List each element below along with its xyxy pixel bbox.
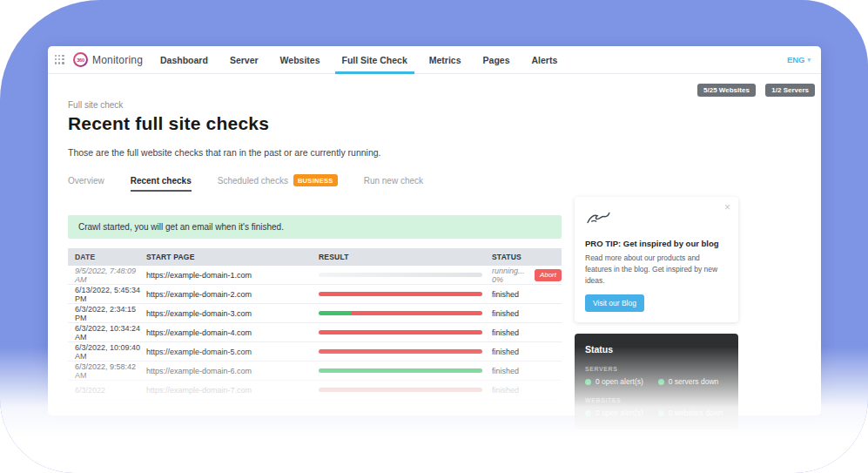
table-body: 9/5/2022, 7:48:09 AM https://example-dom… (68, 266, 562, 400)
servers-usage-badge: 1/2 Servers (765, 84, 815, 97)
nav-item-websites[interactable]: Websites (279, 46, 322, 73)
nav-item-metrics[interactable]: Metrics (427, 46, 463, 73)
check-status-text: finished (492, 290, 519, 299)
tab-recent-checks[interactable]: Recent checks (131, 176, 192, 192)
table-row: 6/3/2022, 2:34:15 PM https://example-dom… (68, 304, 562, 323)
progress-bar (319, 388, 482, 392)
green-status-dot-icon (585, 410, 591, 416)
progress-red-segment (352, 311, 482, 315)
top-nav: 360 Monitoring Dashboard Server Websites… (48, 46, 821, 74)
col-header-result: RESULT (319, 253, 492, 261)
check-status-text: running... 0% (492, 267, 528, 284)
progress-red-segment (319, 292, 482, 296)
nav-item-server[interactable]: Server (228, 46, 260, 73)
chevron-down-icon: ▾ (807, 57, 811, 64)
check-date: 6/3/2022, 10:09:40 AM (68, 343, 146, 361)
servers-open-alerts: 0 open alert(s) (585, 377, 658, 386)
check-start-page: https://example-domain-6.com (146, 367, 319, 375)
marketing-background: 360 Monitoring Dashboard Server Websites… (0, 0, 868, 473)
websites-status-items: 0 open alert(s) 0 websites down (585, 409, 728, 417)
progress-red-segment (319, 349, 482, 354)
green-status-dot-icon (585, 379, 591, 385)
tabs: Overview Recent checks Scheduled checks … (68, 174, 562, 193)
check-result (319, 311, 492, 315)
check-start-page: https://example-domain-7.com (146, 386, 319, 395)
app-launcher-grid-icon[interactable] (55, 55, 64, 64)
servers-status-items: 0 open alert(s) 0 servers down (585, 377, 728, 386)
progress-bar (319, 330, 482, 334)
language-label: ENG (787, 55, 805, 64)
check-status-text: finished (492, 328, 519, 337)
green-status-dot-icon (658, 379, 664, 385)
check-start-page: https://example-domain-3.com (146, 309, 319, 318)
progress-red-segment (319, 330, 482, 334)
check-date: 6/3/2022, 9:58:42 AM (68, 362, 146, 380)
check-result (319, 273, 492, 277)
servers-down: 0 servers down (658, 377, 719, 386)
check-result (319, 368, 492, 373)
check-status: finished (492, 348, 562, 356)
check-start-page: https://example-domain-2.com (146, 290, 319, 299)
close-icon[interactable]: × (724, 202, 730, 213)
check-result (319, 292, 492, 296)
logo[interactable]: 360 Monitoring (73, 46, 143, 73)
green-status-dot-icon (658, 410, 664, 416)
check-status-text: finished (492, 309, 519, 318)
check-date: 6/3/2022, 10:34:24 AM (68, 324, 146, 341)
corner-wedge-decoration (0, 428, 10, 473)
check-status: finished (492, 290, 562, 299)
nav-item-alerts[interactable]: Alerts (529, 46, 559, 73)
breadcrumb: Full site check (68, 100, 562, 110)
language-selector[interactable]: ENG ▾ (787, 46, 811, 73)
page-title: Recent full site checks (68, 113, 562, 134)
check-date: 6/3/2022, 2:34:15 PM (68, 305, 146, 322)
tab-run-new-check[interactable]: Run new check (364, 176, 423, 192)
pro-tip-body: Read more about our products and feature… (585, 253, 728, 286)
check-status: running... 0% Abort (492, 267, 562, 284)
col-header-status: STATUS (492, 253, 562, 261)
logo-name: Monitoring (92, 54, 143, 66)
progress-bar (319, 273, 482, 277)
websites-section-label: WEBSITES (585, 397, 728, 403)
abort-button[interactable]: Abort (535, 269, 562, 281)
table-header: DATE START PAGE RESULT STATUS (68, 248, 562, 266)
tab-overview[interactable]: Overview (68, 176, 104, 192)
app-window: 360 Monitoring Dashboard Server Websites… (48, 46, 821, 416)
progress-red-segment (319, 388, 482, 392)
websites-usage-badge: 5/25 Websites (697, 84, 756, 97)
check-start-page: https://example-domain-5.com (146, 348, 319, 356)
check-date: 6/13/2022, 5:45:34 PM (68, 286, 146, 303)
logo-360-icon: 360 (73, 52, 88, 67)
progress-bar (319, 311, 482, 315)
main-column: Full site check Recent full site checks … (68, 93, 562, 429)
progress-green-segment (319, 311, 352, 315)
content: Full site check Recent full site checks … (48, 93, 821, 429)
servers-section-label: SERVERS (585, 366, 728, 372)
progress-bar (319, 368, 482, 373)
check-status-text: finished (492, 386, 519, 395)
success-notification: Crawl started, you will get an email whe… (68, 215, 562, 239)
check-status-text: finished (492, 367, 519, 375)
side-column: × PRO TIP: Get inspired by our blog Read… (575, 197, 738, 429)
pro-tip-card: × PRO TIP: Get inspired by our blog Read… (575, 197, 738, 322)
nav-item-dashboard[interactable]: Dashboard (158, 46, 210, 73)
page-subtitle: Those are the full website checks that r… (68, 147, 562, 158)
progress-green-segment (319, 368, 482, 373)
visit-blog-button[interactable]: Visit our Blog (585, 294, 644, 312)
nav-items: Dashboard Server Websites Full Site Chec… (158, 46, 577, 73)
table-row: 6/3/2022, 10:09:40 AM https://example-do… (68, 342, 562, 362)
check-status: finished (492, 367, 562, 375)
check-status: finished (492, 328, 562, 337)
nav-item-pages[interactable]: Pages (481, 46, 512, 73)
status-card: Status SERVERS 0 open alert(s) 0 servers… (575, 334, 738, 429)
check-start-page: https://example-domain-4.com (146, 328, 319, 337)
check-result (319, 330, 492, 334)
table-row: 6/3/2022, 9:58:42 AM https://example-dom… (68, 362, 562, 381)
progress-bar (319, 349, 482, 354)
table-row: 6/3/2022, 10:34:24 AM https://example-do… (68, 323, 562, 342)
tab-scheduled-checks[interactable]: Scheduled checks BUSINESS (218, 174, 338, 193)
check-date: 6/3/2022 (68, 386, 146, 395)
check-status: finished (492, 386, 562, 395)
nav-item-full-site-check[interactable]: Full Site Check (340, 46, 409, 73)
table-row: 9/5/2022, 7:48:09 AM https://example-dom… (68, 266, 562, 285)
